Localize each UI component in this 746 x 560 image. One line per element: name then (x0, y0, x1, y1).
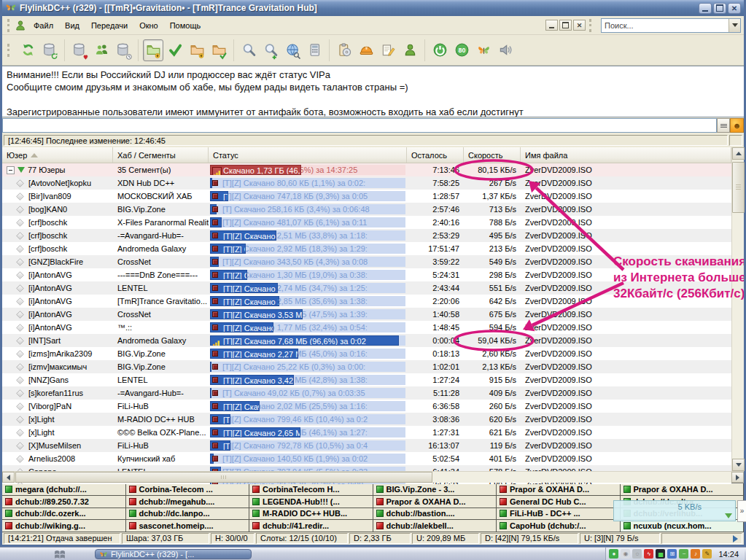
column-header-5[interactable]: Скорость (464, 147, 521, 163)
table-row[interactable]: [Viborg]PaNFiLi-HuB[T][Z] Скачано 2,02 М… (2, 400, 731, 413)
maximize-button[interactable] (713, 3, 726, 14)
toolbar-grip[interactable] (7, 19, 11, 32)
table-row[interactable]: [s]korefan11rus-=Avangard-Hub=-[T] Скача… (2, 386, 731, 400)
green-pin-icon[interactable]: ● (609, 549, 618, 559)
column-header-4[interactable]: Осталось (407, 147, 464, 163)
users-button[interactable] (400, 39, 420, 61)
table-row[interactable]: [bog]KAN0BIG.Vip.Zone[T] Скачано 258,16 … (2, 203, 731, 216)
table-row[interactable]: [Bir]Ivan809МОСКОВСКИЙ ХАБ[T][Z] Скачано… (2, 190, 731, 203)
volume-icon[interactable]: ♪ (691, 549, 700, 559)
column-header-3[interactable]: Статус (209, 147, 407, 163)
start-button[interactable] (54, 548, 66, 560)
hub-tab[interactable]: dchub://wiking.g... (2, 520, 126, 532)
table-row[interactable]: [INT]SartAndromeda Galaxy[T][Z] Скачано … (2, 334, 731, 347)
menu-item-Вид[interactable]: Вид (59, 19, 85, 32)
paint-icon[interactable]: ✎ (702, 549, 712, 559)
search-spy-button[interactable] (282, 39, 303, 61)
table-row[interactable]: [i]AntonAVG---===DnB Zone===---[T][Z] Ск… (2, 268, 731, 281)
status-expand-icon[interactable] (733, 535, 738, 542)
hub-tab[interactable]: dchub://megahub.... (126, 496, 250, 508)
table-row[interactable]: [crf]boschkX-Files Paranormal Reality[T]… (2, 216, 731, 229)
table-row[interactable]: 77 Юзеры35 Сегмент(ы)Скачано 1,73 ГБ (46… (2, 163, 731, 176)
network-stats-button[interactable] (304, 39, 325, 61)
hub-chat-area[interactable]: Внимание!!! Если вы Российский DJ или пр… (2, 66, 744, 117)
finished-downloads-button[interactable] (165, 39, 185, 61)
table-row[interactable]: [NNZ]GansLENTEL[T][Z] Скачано 3,42 МБ (4… (2, 373, 731, 386)
table-row[interactable]: [i]AntonAVGCrossNet[T][Z] Скачано 3,53 М… (2, 308, 731, 321)
finished-uploads-button[interactable] (209, 39, 229, 61)
table-row[interactable]: [GNZ]BlackFireCrossNet[T][Z] Скачано 343… (2, 255, 731, 268)
download-queue-button[interactable] (143, 39, 163, 61)
sound-button[interactable] (495, 39, 516, 61)
horizontal-scrollbar[interactable] (2, 471, 744, 483)
hub-tab[interactable]: BIG.Vip.Zone - 3... (373, 483, 497, 496)
search-grip[interactable] (589, 19, 593, 32)
toolbar-grip[interactable] (7, 44, 11, 57)
hub-tab[interactable]: Corbina-Telecom ... (126, 483, 250, 496)
hub-tab[interactable]: Prapor & OXAHA D... (497, 483, 621, 496)
hub-tab[interactable]: FiLi-HuB - DC++ ... (497, 508, 621, 521)
hub-tab[interactable]: General DC Hub C... (497, 496, 621, 508)
multiline-toggle-button[interactable] (717, 118, 730, 133)
scroll-thumb[interactable] (15, 472, 432, 483)
scroll-left-button[interactable] (2, 472, 15, 483)
hub-tab[interactable]: LEGENDA-Hub!!! (... (249, 496, 373, 508)
chat-input[interactable] (2, 118, 717, 133)
column-header-6[interactable]: Имя файла (521, 147, 731, 163)
network-icon[interactable]: ~ (679, 549, 688, 559)
hub-tab[interactable]: sasconet.homeip.... (126, 520, 250, 532)
search-box[interactable]: Поиск... (601, 18, 741, 33)
limit-80-button[interactable]: 80 (451, 39, 472, 61)
table-row[interactable]: [izmv]максимычBIG.Vip.Zone[T][Z] Скачано… (2, 360, 731, 373)
scroll-up-button[interactable] (732, 147, 745, 160)
menu-item-Окно[interactable]: Окно (133, 19, 164, 32)
scroll-down-button[interactable] (732, 459, 745, 471)
refresh-share-button[interactable] (39, 39, 60, 61)
hub-tab[interactable]: dchub://dc.ozerk... (2, 508, 126, 521)
favorite-users-button[interactable] (91, 39, 112, 61)
taskbar-task-button[interactable]: FlylinkDC++ (r329) - [... (95, 549, 252, 559)
mdi-close-button[interactable] (573, 20, 586, 31)
table-row[interactable]: [X]MuseMilsenFiLi-HuB[T][Z] Скачано 792,… (2, 439, 731, 452)
menu-item-Файл[interactable]: Файл (28, 19, 59, 32)
waiting-users-button[interactable] (187, 39, 207, 61)
mdi-minimize-button[interactable] (545, 20, 558, 31)
mdi-restore-button[interactable] (559, 20, 572, 31)
cd-icon[interactable]: ◉ (621, 549, 630, 559)
scroll-right-button[interactable] (731, 472, 744, 483)
about-flylink-button[interactable] (473, 39, 494, 61)
hub-tab[interactable]: Prapor & OXAHA D... (373, 496, 497, 508)
hub-tab[interactable]: dchub://bastion.... (373, 508, 497, 521)
reconnect-button[interactable] (18, 39, 38, 61)
menu-item-Помощь[interactable]: Помощь (164, 19, 207, 32)
emoticon-button[interactable]: ☻ (730, 118, 744, 133)
table-row[interactable]: Arnelius2008Купчинский хаб[T][Z] Скачано… (2, 452, 731, 465)
close-button[interactable] (728, 3, 741, 14)
vertical-scrollbar[interactable] (731, 147, 744, 471)
adl-search-button[interactable] (260, 39, 281, 61)
traffic-meter-icon[interactable]: ▅ (656, 549, 665, 559)
table-row[interactable]: [AvtovoNet]kopkuXDN Hub DC++[T][Z] Скача… (2, 176, 731, 190)
shutdown-button[interactable] (430, 39, 450, 61)
hub-tab[interactable]: dchub://alekbell... (373, 520, 497, 532)
red-flash-icon[interactable]: ϟ (644, 549, 653, 559)
column-header-2[interactable]: Хаб / Сегменты (113, 147, 209, 163)
table-row[interactable]: [i]AntonAVG™.::[T][Z] Скачано 1,77 МБ (3… (2, 321, 731, 334)
hub-tab[interactable]: dchub://89.250.7.32 (2, 496, 126, 508)
scroll-thumb[interactable] (732, 162, 745, 213)
favorite-hubs-button[interactable] (69, 39, 90, 61)
hub-tab[interactable]: megara (dchub://... (2, 483, 126, 496)
table-row[interactable]: [crf]boschk-=Avangard-Hub=-[T][Z] Скачан… (2, 229, 731, 242)
hub-tab[interactable]: dchub://dc.lanpo... (126, 508, 250, 521)
notepad-button[interactable] (378, 39, 398, 61)
search-input[interactable]: Поиск... (602, 21, 728, 30)
table-row[interactable]: [i]AntonAVGLENTEL[T][Z] Скачано 2,74 МБ … (2, 281, 731, 295)
table-row[interactable]: [x]Light©©© Belka OZK-Plane...[T][Z] Ска… (2, 426, 731, 439)
open-filelist-button[interactable] (334, 39, 354, 61)
table-row[interactable]: [izms]mArika2309BIG.Vip.Zone[T][Z] Скача… (2, 347, 731, 360)
dialer-icon[interactable]: ◌ (632, 549, 642, 559)
menu-item-Передачи[interactable]: Передачи (85, 19, 133, 32)
hash-progress-button[interactable] (356, 39, 376, 61)
hub-tab[interactable]: M-RADIO DC++ HUB... (249, 508, 373, 521)
minimize-button[interactable] (699, 3, 712, 14)
